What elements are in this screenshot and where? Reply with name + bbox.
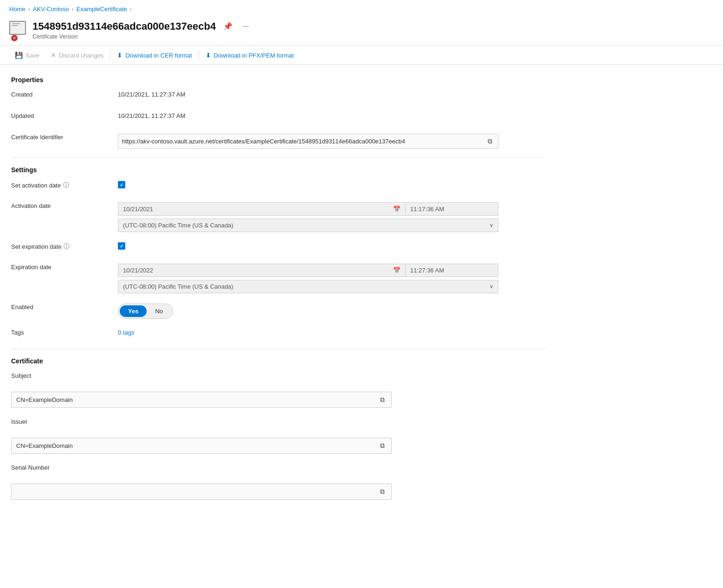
- serial-row: Serial Number: [11, 462, 546, 475]
- subject-label: Subject: [11, 370, 118, 379]
- breadcrumb-cert[interactable]: ExampleCertificate: [77, 6, 127, 13]
- page-title-text: 1548951d93114e66adca000e137eecb4: [32, 20, 216, 32]
- breadcrumb-home[interactable]: Home: [9, 6, 26, 13]
- expiration-checkbox[interactable]: [118, 242, 125, 250]
- cert-ribbon-icon: [11, 35, 18, 41]
- discard-icon: ✕: [51, 52, 56, 59]
- breadcrumb-vault[interactable]: AKV-Contoso: [33, 6, 69, 13]
- set-expiration-row: Set expiration date ⓘ: [11, 240, 546, 253]
- activation-date-field-group: 10/21/2021 📅 11:17:36 AM (UTC-08:00) Pac…: [118, 200, 546, 232]
- subject-input[interactable]: [16, 396, 378, 403]
- expiration-time-input[interactable]: 11:27:36 AM: [406, 264, 498, 277]
- pin-button[interactable]: 📌: [220, 20, 235, 32]
- cert-id-field-wrapper: ⧉: [118, 132, 546, 149]
- set-activation-row: Set activation date ⓘ: [11, 179, 546, 192]
- settings-divider: [11, 349, 546, 349]
- breadcrumb: Home › AKV-Contoso › ExampleCertificate …: [0, 0, 723, 16]
- activation-date-input[interactable]: 10/21/2021 📅: [118, 202, 406, 216]
- toggle-no[interactable]: No: [147, 305, 171, 317]
- activation-tz-chevron: ∨: [490, 222, 493, 228]
- enabled-toggle-area: Yes No: [118, 302, 546, 319]
- more-button[interactable]: ···: [240, 20, 252, 32]
- toolbar-separator-2: [199, 51, 199, 60]
- issuer-input[interactable]: [16, 442, 378, 449]
- expiration-date-input[interactable]: 10/21/2022 📅: [118, 264, 406, 277]
- download-cer-icon: ⬇: [117, 52, 123, 59]
- certificate-section-title: Certificate: [11, 357, 546, 365]
- download-cer-button[interactable]: ⬇ Download in CER format: [111, 49, 197, 62]
- page-header: 1548951d93114e66adca000e137eecb4 📌 ··· C…: [0, 16, 723, 46]
- activation-timezone-select[interactable]: (UTC-08:00) Pacific Time (US & Canada) ∨: [118, 219, 498, 232]
- subject-row: Subject: [11, 370, 546, 383]
- expiration-date-field-group: 10/21/2022 📅 11:27:36 AM (UTC-08:00) Pac…: [118, 262, 546, 293]
- copy-subject-button[interactable]: ⧉: [378, 395, 387, 405]
- issuer-row: Issuer: [11, 416, 546, 429]
- discard-button[interactable]: ✕ Discard changes: [45, 49, 110, 62]
- cert-id-row: Certificate Identifier ⧉: [11, 132, 546, 149]
- expiration-checkbox-area: [118, 240, 546, 250]
- cert-id-input[interactable]: [122, 138, 486, 145]
- page-title-area: 1548951d93114e66adca000e137eecb4 📌 ··· C…: [32, 20, 714, 40]
- activation-date-row: Activation date 10/21/2021 📅 11:17:36 AM…: [11, 200, 546, 232]
- subject-field: ⧉: [11, 392, 392, 408]
- breadcrumb-sep-1: ›: [28, 6, 30, 13]
- cert-id-field: ⧉: [118, 134, 498, 149]
- cert-id-label: Certificate Identifier: [11, 132, 118, 141]
- updated-row: Updated 10/21/2021, 11:27:37 AM: [11, 110, 546, 123]
- serial-input[interactable]: [16, 488, 378, 495]
- serial-label: Serial Number: [11, 462, 118, 471]
- activation-info-icon: ⓘ: [63, 181, 69, 189]
- enabled-label: Enabled: [11, 302, 118, 310]
- settings-section-title: Settings: [11, 166, 546, 174]
- expiration-info-icon: ⓘ: [64, 242, 70, 251]
- created-row: Created 10/21/2021, 11:27:37 AM: [11, 89, 546, 102]
- issuer-field: ⧉: [11, 438, 392, 454]
- tags-row: Tags 0 tags: [11, 327, 546, 340]
- updated-label: Updated: [11, 110, 118, 119]
- enabled-toggle[interactable]: Yes No: [118, 304, 173, 319]
- tags-label: Tags: [11, 327, 118, 336]
- toggle-yes[interactable]: Yes: [120, 305, 147, 317]
- activation-date-label: Activation date: [11, 200, 118, 209]
- set-expiration-label: Set expiration date ⓘ: [11, 240, 118, 251]
- copy-serial-button[interactable]: ⧉: [378, 487, 387, 497]
- copy-cert-id-button[interactable]: ⧉: [486, 136, 494, 146]
- activation-checkbox[interactable]: [118, 181, 125, 188]
- copy-issuer-button[interactable]: ⧉: [378, 441, 387, 451]
- cert-page-icon: [9, 21, 26, 38]
- breadcrumb-sep-2: ›: [72, 6, 74, 13]
- activation-time-input[interactable]: 11:17:36 AM: [406, 202, 498, 216]
- page-subtitle: Certificate Version: [32, 33, 714, 40]
- expiration-tz-chevron: ∨: [490, 284, 493, 290]
- set-activation-label: Set activation date ⓘ: [11, 179, 118, 189]
- created-label: Created: [11, 89, 118, 98]
- expiration-calendar-icon: 📅: [393, 267, 400, 274]
- breadcrumb-sep-3: ›: [130, 6, 132, 13]
- issuer-label: Issuer: [11, 416, 118, 425]
- save-button[interactable]: 💾 Save: [9, 49, 45, 62]
- save-icon: 💾: [15, 52, 23, 59]
- main-content: Properties Created 10/21/2021, 11:27:37 …: [0, 65, 557, 517]
- properties-divider: [11, 157, 546, 158]
- toolbar-separator: [110, 51, 110, 60]
- download-pfx-icon: ⬇: [206, 52, 211, 59]
- created-value: 10/21/2021, 11:27:37 AM: [118, 89, 546, 98]
- tags-link[interactable]: 0 tags: [118, 329, 134, 336]
- activation-calendar-icon: 📅: [393, 206, 400, 213]
- enabled-row: Enabled Yes No: [11, 302, 546, 319]
- serial-field: ⧉: [11, 484, 392, 500]
- activation-checkbox-area: [118, 179, 546, 188]
- properties-section-title: Properties: [11, 76, 546, 84]
- expiration-timezone-select[interactable]: (UTC-08:00) Pacific Time (US & Canada) ∨: [118, 280, 498, 293]
- toolbar: 💾 Save ✕ Discard changes ⬇ Download in C…: [0, 46, 723, 65]
- expiration-date-label: Expiration date: [11, 262, 118, 271]
- tags-value: 0 tags: [118, 327, 546, 336]
- updated-value: 10/21/2021, 11:27:37 AM: [118, 110, 546, 119]
- download-pfx-button[interactable]: ⬇ Download in PFX/PEM format: [200, 49, 300, 62]
- expiration-date-row: Expiration date 10/21/2022 📅 11:27:36 AM…: [11, 262, 546, 293]
